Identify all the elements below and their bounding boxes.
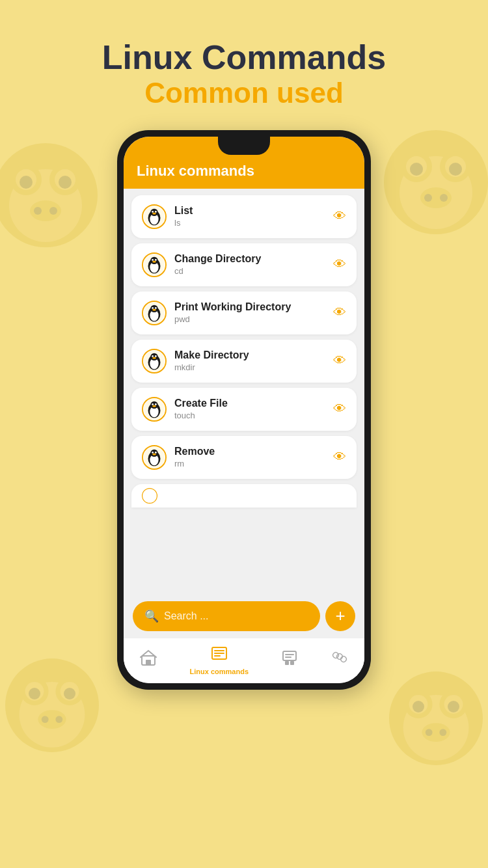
- eye-icon-pwd[interactable]: 👁: [333, 305, 346, 320]
- command-card-mkdir[interactable]: Make Directory mkdir 👁: [131, 340, 357, 383]
- partial-card: [131, 484, 357, 508]
- svg-point-88: [150, 450, 157, 457]
- linux-icon-mkdir: [142, 349, 167, 373]
- svg-point-10: [49, 207, 57, 215]
- svg-point-24: [20, 677, 48, 705]
- partial-card-icon: [142, 488, 157, 504]
- search-placeholder: Search ...: [164, 610, 208, 622]
- command-text-pwd: Print Working Directory pwd: [174, 301, 325, 324]
- nav-item-settings[interactable]: [331, 649, 348, 670]
- svg-point-89: [152, 452, 154, 454]
- command-card-touch[interactable]: Create File touch 👁: [131, 388, 357, 431]
- svg-point-57: [152, 259, 154, 261]
- bottom-nav: Linux commands: [124, 638, 364, 683]
- svg-point-65: [152, 307, 154, 309]
- svg-point-9: [34, 207, 42, 215]
- svg-point-58: [155, 259, 157, 261]
- command-card-cd[interactable]: Change Directory cd 👁: [131, 243, 357, 286]
- eye-icon-list[interactable]: 👁: [333, 209, 346, 224]
- command-cmd-touch: touch: [174, 411, 325, 420]
- svg-point-30: [38, 710, 66, 729]
- settings-icon: [331, 649, 348, 670]
- nav-label-linux-commands: Linux commands: [190, 668, 249, 675]
- svg-rect-102: [285, 661, 289, 665]
- search-bar-row: 🔍 Search ... +: [133, 601, 355, 631]
- svg-point-19: [420, 187, 452, 208]
- command-list: List ls 👁: [124, 189, 364, 595]
- command-cmd-cd: cd: [174, 266, 325, 276]
- command-name-mkdir: Make Directory: [174, 349, 325, 361]
- svg-point-92: [142, 489, 157, 504]
- svg-point-42: [426, 729, 433, 736]
- command-name-cd: Change Directory: [174, 253, 325, 265]
- svg-point-33: [389, 671, 483, 765]
- svg-point-12: [400, 156, 472, 229]
- svg-point-82: [155, 403, 157, 405]
- svg-point-15: [406, 156, 427, 177]
- svg-point-90: [155, 452, 157, 454]
- svg-point-3: [49, 164, 81, 195]
- svg-point-80: [150, 401, 157, 409]
- svg-point-38: [444, 695, 463, 714]
- svg-rect-94: [146, 660, 151, 665]
- linux-icon-touch: [142, 397, 167, 422]
- svg-point-11: [384, 130, 488, 234]
- svg-point-40: [448, 701, 459, 712]
- svg-point-35: [404, 690, 432, 718]
- nav-item-linux-commands[interactable]: Linux commands: [190, 645, 249, 675]
- command-name-touch: Create File: [174, 398, 325, 409]
- svg-point-91: [152, 454, 156, 455]
- svg-point-26: [25, 682, 44, 701]
- add-button[interactable]: +: [325, 601, 355, 631]
- svg-point-16: [445, 156, 466, 177]
- svg-point-74: [155, 355, 157, 357]
- eye-icon-rm[interactable]: 👁: [333, 450, 346, 465]
- command-text-rm: Remove rm: [174, 446, 325, 468]
- svg-point-34: [403, 695, 469, 761]
- svg-point-43: [439, 729, 446, 736]
- command-card-pwd[interactable]: Print Working Directory pwd 👁: [131, 292, 357, 334]
- command-text-cd: Change Directory cd: [174, 253, 325, 276]
- svg-point-37: [409, 695, 428, 714]
- svg-point-2: [10, 164, 42, 195]
- linux-icon-cd: [142, 252, 167, 277]
- svg-point-5: [55, 169, 75, 190]
- svg-point-14: [440, 151, 471, 182]
- nav-item-home[interactable]: [140, 649, 157, 670]
- search-bar-area: 🔍 Search ... +: [124, 595, 364, 638]
- command-card-rm[interactable]: Remove rm 👁: [131, 436, 357, 479]
- search-input-wrapper[interactable]: 🔍 Search ...: [133, 601, 320, 631]
- eye-icon-cd[interactable]: 👁: [333, 257, 346, 272]
- svg-point-22: [5, 658, 99, 752]
- command-cmd-list: ls: [174, 218, 325, 228]
- svg-point-29: [64, 688, 75, 699]
- svg-point-83: [152, 405, 156, 407]
- app-bar-title: Linux commands: [137, 163, 351, 180]
- svg-point-1: [9, 169, 82, 242]
- page-title-section: Linux Commands Common used: [102, 0, 386, 111]
- command-cmd-mkdir: mkdir: [174, 362, 325, 372]
- command-card-list[interactable]: List ls 👁: [131, 195, 357, 238]
- bookmarks-icon: [281, 649, 298, 670]
- nav-item-bookmarks[interactable]: [281, 649, 298, 670]
- linux-icon-list: [142, 204, 167, 229]
- command-text-list: List ls: [174, 205, 325, 228]
- svg-point-20: [424, 194, 432, 202]
- svg-point-67: [152, 309, 156, 311]
- linux-icon-pwd: [142, 301, 167, 325]
- svg-point-8: [30, 200, 61, 221]
- svg-point-66: [155, 307, 157, 309]
- eye-icon-touch[interactable]: 👁: [333, 401, 346, 416]
- svg-point-59: [152, 261, 156, 263]
- svg-point-36: [439, 690, 467, 718]
- eye-icon-mkdir[interactable]: 👁: [333, 353, 346, 368]
- svg-point-17: [410, 163, 423, 176]
- search-icon: 🔍: [144, 609, 159, 623]
- svg-point-50: [155, 211, 157, 213]
- svg-rect-103: [290, 661, 294, 665]
- command-text-mkdir: Make Directory mkdir: [174, 349, 325, 372]
- svg-point-31: [42, 716, 49, 723]
- svg-point-75: [152, 357, 156, 359]
- svg-point-23: [20, 682, 85, 748]
- svg-rect-99: [283, 651, 296, 660]
